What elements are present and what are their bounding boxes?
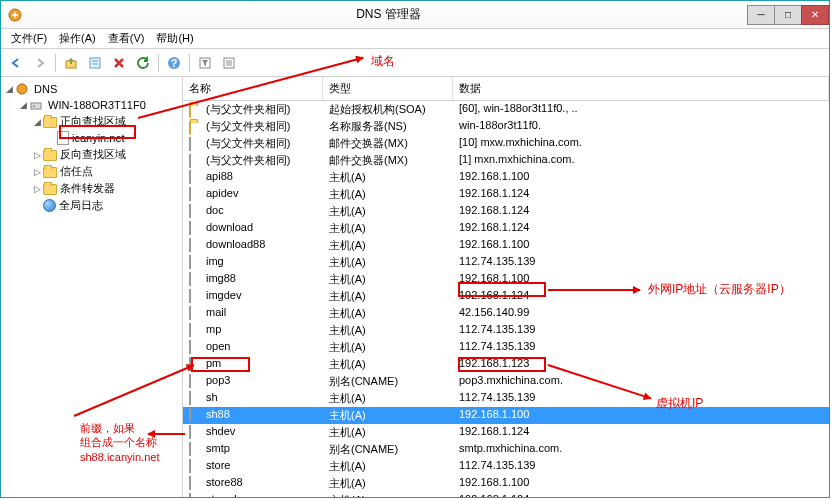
record-row[interactable]: imgdev主机(A)192.168.1.124 [183,288,829,305]
tree-reverse-zones[interactable]: ▷反向查找区域 [3,146,180,163]
tree-domain[interactable]: icanyin.net [3,130,180,146]
tb-props[interactable] [84,52,106,74]
record-name: imgdev [206,289,241,301]
page-icon [189,188,203,200]
tree-log[interactable]: 全局日志 [3,197,180,214]
page-icon [189,290,203,302]
record-data: [1] mxn.mxhichina.com. [453,152,829,169]
col-data[interactable]: 数据 [453,77,829,100]
record-row[interactable]: mail主机(A)42.156.140.99 [183,305,829,322]
record-row[interactable]: (与父文件夹相同)邮件交换器(MX)[1] mxn.mxhichina.com. [183,152,829,169]
record-row[interactable]: open主机(A)112.74.135.139 [183,339,829,356]
tree-rev-label: 反向查找区域 [60,147,126,162]
page-icon [189,138,203,150]
record-row[interactable]: sh主机(A)112.74.135.139 [183,390,829,407]
list-header: 名称 类型 数据 [183,77,829,101]
record-type: 主机(A) [323,254,453,271]
minimize-button[interactable]: ─ [747,5,775,25]
svg-text:?: ? [171,57,178,69]
record-row[interactable]: shdev主机(A)192.168.1.124 [183,424,829,441]
record-data: smtp.mxhichina.com. [453,441,829,458]
record-data: 192.168.1.123 [453,356,829,373]
folder-icon [43,167,57,178]
tree-trust[interactable]: ▷信任点 [3,163,180,180]
record-row[interactable]: download88主机(A)192.168.1.100 [183,237,829,254]
tb-list[interactable] [218,52,240,74]
record-row[interactable]: (与父文件夹相同)名称服务器(NS)win-188or3t11f0. [183,118,829,135]
record-data: 192.168.1.100 [453,169,829,186]
record-row[interactable]: store88主机(A)192.168.1.100 [183,475,829,492]
tb-filter[interactable] [194,52,216,74]
tb-help[interactable]: ? [163,52,185,74]
record-type: 主机(A) [323,407,453,424]
record-type: 主机(A) [323,169,453,186]
folder-icon [189,104,203,116]
dns-manager-window: DNS 管理器 ─ □ ✕ 文件(F) 操作(A) 查看(V) 帮助(H) ? … [0,0,830,498]
record-row[interactable]: apidev主机(A)192.168.1.124 [183,186,829,203]
record-data: win-188or3t11f0. [453,118,829,135]
page-icon [189,358,203,370]
record-name: storedev [206,493,248,497]
record-data: 192.168.1.100 [453,271,829,288]
record-name: download88 [206,238,265,250]
record-type: 主机(A) [323,305,453,322]
record-name: doc [206,204,224,216]
col-name[interactable]: 名称 [183,77,323,100]
page-icon [189,273,203,285]
record-row[interactable]: pop3别名(CNAME)pop3.mxhichina.com. [183,373,829,390]
record-row[interactable]: api88主机(A)192.168.1.100 [183,169,829,186]
menu-file[interactable]: 文件(F) [5,29,53,48]
record-data: 192.168.1.124 [453,203,829,220]
record-name: smtp [206,442,230,454]
record-row[interactable]: smtp别名(CNAME)smtp.mxhichina.com. [183,441,829,458]
tree-panel[interactable]: ◢DNS ◢WIN-188OR3T11F0 ◢正向查找区域 icanyin.ne… [1,77,183,497]
record-data: 192.168.1.100 [453,475,829,492]
record-type: 主机(A) [323,186,453,203]
menu-action[interactable]: 操作(A) [53,29,102,48]
record-type: 主机(A) [323,356,453,373]
page-icon [189,443,203,455]
record-row[interactable]: download主机(A)192.168.1.124 [183,220,829,237]
tree-forward-zones[interactable]: ◢正向查找区域 [3,113,180,130]
tree-server[interactable]: ◢WIN-188OR3T11F0 [3,97,180,113]
record-name: pop3 [206,374,230,386]
globe-icon [43,199,56,212]
record-row[interactable]: (与父文件夹相同)起始授权机构(SOA)[60], win-188or3t11f… [183,101,829,118]
record-row[interactable]: img主机(A)112.74.135.139 [183,254,829,271]
tb-refresh[interactable] [132,52,154,74]
record-row[interactable]: (与父文件夹相同)邮件交换器(MX)[10] mxw.mxhichina.com… [183,135,829,152]
tree-domain-label: icanyin.net [72,132,125,144]
close-button[interactable]: ✕ [801,5,829,25]
maximize-button[interactable]: □ [774,5,802,25]
server-icon [29,98,45,112]
record-name: img88 [206,272,236,284]
record-row[interactable]: img88主机(A)192.168.1.100 [183,271,829,288]
record-data: 192.168.1.124 [453,220,829,237]
record-data: 192.168.1.124 [453,186,829,203]
record-name: (与父文件夹相同) [206,103,290,115]
tb-forward[interactable] [29,52,51,74]
record-data: 112.74.135.139 [453,339,829,356]
record-row[interactable]: store主机(A)112.74.135.139 [183,458,829,475]
tree-root-dns[interactable]: ◢DNS [3,81,180,97]
tb-back[interactable] [5,52,27,74]
svg-rect-2 [90,58,100,68]
record-row[interactable]: storedev主机(A)192.168.1.124 [183,492,829,497]
record-row[interactable]: sh88主机(A)192.168.1.100 [183,407,829,424]
page-icon [189,171,203,183]
menu-help[interactable]: 帮助(H) [150,29,199,48]
page-icon [189,205,203,217]
tree-conditional[interactable]: ▷条件转发器 [3,180,180,197]
tb-delete[interactable] [108,52,130,74]
record-type: 主机(A) [323,237,453,254]
tb-up[interactable] [60,52,82,74]
record-row[interactable]: doc主机(A)192.168.1.124 [183,203,829,220]
col-type[interactable]: 类型 [323,77,453,100]
record-data: [60], win-188or3t11f0., .. [453,101,829,118]
menu-view[interactable]: 查看(V) [102,29,151,48]
record-data: 192.168.1.124 [453,492,829,497]
record-name: api88 [206,170,233,182]
record-row[interactable]: pm主机(A)192.168.1.123 [183,356,829,373]
record-list[interactable]: 名称 类型 数据 (与父文件夹相同)起始授权机构(SOA)[60], win-1… [183,77,829,497]
record-row[interactable]: mp主机(A)112.74.135.139 [183,322,829,339]
